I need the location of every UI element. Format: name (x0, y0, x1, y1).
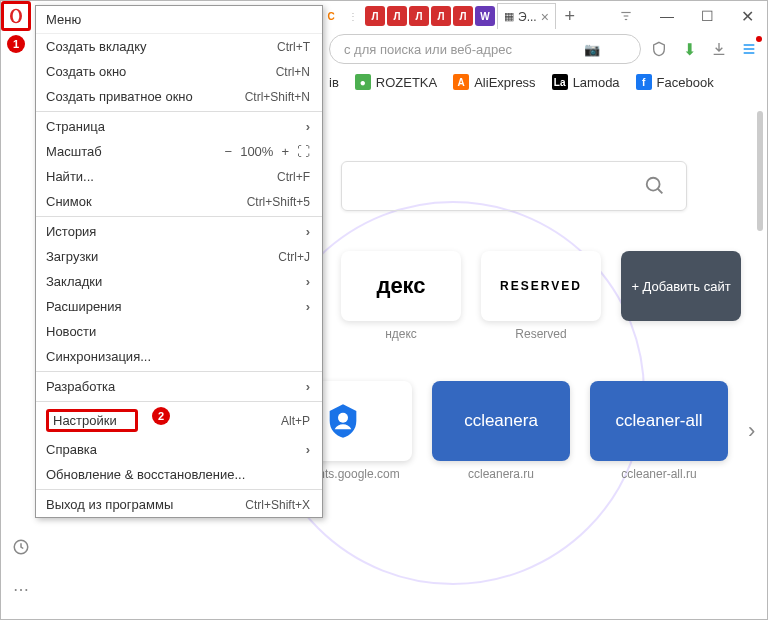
main-menu-dropdown: Меню Создать вкладкуCtrl+T Создать окноC… (35, 5, 323, 518)
speed-dial-tile[interactable]: декс (341, 251, 461, 321)
dial-label (679, 327, 682, 341)
menu-update[interactable]: Обновление & восстановление... (36, 462, 322, 487)
search-box[interactable] (341, 161, 687, 211)
dial-label: ccleaner-all.ru (621, 467, 696, 481)
save-icon[interactable] (709, 39, 729, 59)
tab-icon[interactable]: C (321, 6, 341, 26)
speed-dial-tile[interactable]: ccleanera (432, 381, 570, 461)
menu-bookmarks[interactable]: Закладки› (36, 269, 322, 294)
dial-label: ccleanera.ru (468, 467, 534, 481)
tab-strip: C ⋮ Л Л Л Л Л W ▦ Э... × + (321, 3, 611, 29)
tab-icon[interactable]: Л (431, 6, 451, 26)
bookmark-item[interactable]: fFacebook (636, 74, 714, 90)
menu-find[interactable]: Найти...Ctrl+F (36, 164, 322, 189)
tab-icon[interactable]: Л (409, 6, 429, 26)
speed-dial-icon: ▦ (504, 10, 514, 23)
address-input[interactable]: с для поиска или веб-адрес 📷 (329, 34, 641, 64)
search-icon (644, 175, 666, 197)
camera-icon[interactable]: 📷 (584, 42, 600, 57)
menu-separator (36, 111, 322, 112)
svg-line-6 (658, 189, 663, 194)
menu-exit[interactable]: Выход из программыCtrl+Shift+X (36, 492, 322, 517)
menu-history[interactable]: История› (36, 219, 322, 244)
menu-new-window[interactable]: Создать окноCtrl+N (36, 59, 322, 84)
close-button[interactable]: ✕ (727, 1, 767, 31)
download-icon[interactable]: ⬇ (679, 39, 699, 59)
menu-button[interactable] (1, 1, 31, 31)
address-placeholder: с для поиска или веб-адрес (344, 42, 512, 57)
shield-icon[interactable] (649, 39, 669, 59)
menu-separator (36, 216, 322, 217)
menu-snapshot[interactable]: СнимокCtrl+Shift+5 (36, 189, 322, 214)
tab-close-icon[interactable]: × (541, 9, 549, 25)
new-tab-button[interactable]: + (558, 4, 582, 28)
speed-dial-tile[interactable]: ccleaner-all (590, 381, 728, 461)
tab-title: Э... (518, 10, 537, 24)
menu-news[interactable]: Новости (36, 319, 322, 344)
next-page-icon[interactable]: › (748, 418, 755, 444)
menu-separator (36, 371, 322, 372)
opera-icon (8, 8, 24, 24)
menu-title: Меню (36, 6, 322, 34)
add-site-tile[interactable]: + Добавить сайт (621, 251, 741, 321)
svg-point-7 (338, 413, 348, 423)
tab-icon[interactable]: Л (453, 6, 473, 26)
bookmark-item[interactable]: ●ROZETKA (355, 74, 437, 90)
tab-icon[interactable]: W (475, 6, 495, 26)
bookmark-overflow[interactable]: ів (329, 75, 339, 90)
workspaces-icon[interactable] (611, 1, 641, 31)
menu-new-tab[interactable]: Создать вкладкуCtrl+T (36, 34, 322, 59)
menu-page[interactable]: Страница› (36, 114, 322, 139)
menu-sync[interactable]: Синхронизация... (36, 344, 322, 369)
bookmark-item[interactable]: AAliExpress (453, 74, 535, 90)
window-controls: — ☐ ✕ (647, 1, 767, 31)
speed-dial-tile[interactable]: RESERVED (481, 251, 601, 321)
active-tab[interactable]: ▦ Э... × (497, 3, 556, 29)
browser-window: 1 C ⋮ Л Л Л Л Л W ▦ Э... × + — ☐ ✕ (0, 0, 768, 620)
menu-help[interactable]: Справка› (36, 437, 322, 462)
annotation-one: 1 (7, 35, 25, 53)
menu-separator (36, 489, 322, 490)
google-account-icon (323, 401, 363, 441)
bookmarks-bar: ів ●ROZETKA AAliExpress LaLamoda fFacebo… (321, 67, 767, 97)
minimize-button[interactable]: — (647, 1, 687, 31)
bookmark-item[interactable]: LaLamoda (552, 74, 620, 90)
easy-setup-icon[interactable] (739, 39, 759, 59)
scrollbar[interactable] (757, 111, 763, 231)
annotation-two: 2 (152, 407, 170, 425)
tab-icon[interactable]: ⋮ (343, 6, 363, 26)
history-icon[interactable] (12, 538, 30, 560)
tab-icon[interactable]: Л (387, 6, 407, 26)
address-actions: ⬇ (649, 39, 759, 59)
tab-icon[interactable]: Л (365, 6, 385, 26)
dial-label: Reserved (515, 327, 566, 341)
menu-downloads[interactable]: ЗагрузкиCtrl+J (36, 244, 322, 269)
menu-separator (36, 401, 322, 402)
speed-dial-row: декс ндекс RESERVED Reserved + Добавить … (341, 251, 747, 341)
svg-point-1 (13, 10, 20, 22)
menu-settings[interactable]: Настройки 2 Alt+P (36, 404, 322, 437)
menu-extensions[interactable]: Расширения› (36, 294, 322, 319)
dial-label: ндекс (385, 327, 417, 341)
maximize-button[interactable]: ☐ (687, 1, 727, 31)
menu-new-private[interactable]: Создать приватное окноCtrl+Shift+N (36, 84, 322, 109)
menu-developer[interactable]: Разработка› (36, 374, 322, 399)
menu-zoom[interactable]: Масштаб−100%+⛶ (36, 139, 322, 164)
more-icon[interactable]: ⋯ (13, 580, 29, 599)
svg-point-5 (647, 178, 660, 191)
